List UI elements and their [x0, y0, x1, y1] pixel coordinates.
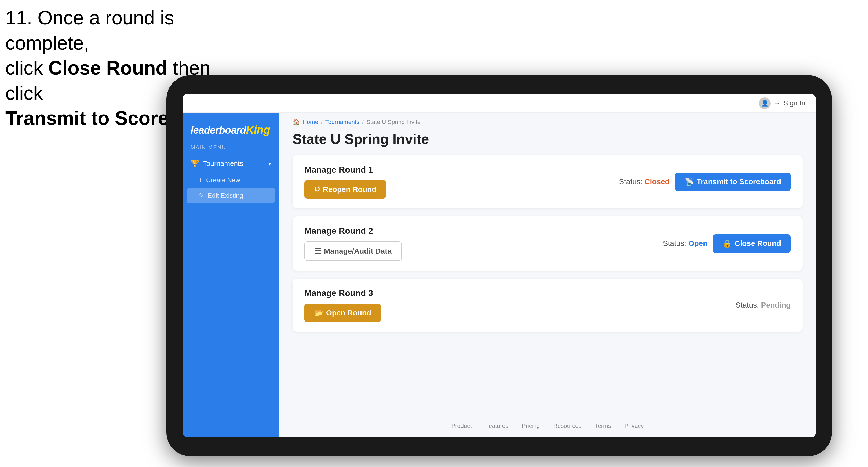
page-title: State U Spring Invite — [279, 128, 816, 155]
round-1-title: Manage Round 1 — [304, 165, 386, 175]
tournaments-label: Tournaments — [203, 159, 243, 168]
instruction-line2: click — [5, 57, 48, 79]
footer-terms[interactable]: Terms — [595, 423, 611, 429]
reopen-round-label: Reopen Round — [323, 185, 376, 194]
content-area: 🏠 Home / Tournaments / State U Spring In… — [279, 113, 816, 437]
round-1-right: Status: Closed 📡 Transmit to Scoreboard — [619, 173, 791, 191]
close-round-label: Close Round — [735, 239, 781, 248]
edit-existing-label: Edit Existing — [208, 192, 243, 199]
round-1-left: Manage Round 1 ↺ Reopen Round — [304, 165, 386, 198]
footer-pricing[interactable]: Pricing — [522, 423, 540, 429]
plus-icon: + — [198, 176, 203, 184]
breadcrumb-sep1: / — [321, 119, 322, 126]
round-card-1: Manage Round 1 ↺ Reopen Round Status: Cl… — [292, 155, 803, 208]
breadcrumb-home-icon: 🏠 — [292, 119, 300, 126]
top-bar: 👤 → Sign In — [183, 94, 816, 113]
sign-in-area[interactable]: 👤 → Sign In — [759, 97, 805, 109]
footer: Product Features Pricing Resources Terms… — [279, 414, 816, 437]
reopen-icon: ↺ — [314, 185, 320, 194]
transmit-to-scoreboard-button[interactable]: 📡 Transmit to Scoreboard — [675, 173, 791, 191]
footer-features[interactable]: Features — [485, 423, 508, 429]
breadcrumb-home-link[interactable]: Home — [303, 119, 318, 126]
sign-in-label[interactable]: Sign In — [783, 99, 805, 107]
round-3-status-value: Pending — [761, 301, 791, 309]
breadcrumb-sep2: / — [362, 119, 364, 126]
footer-privacy[interactable]: Privacy — [624, 423, 644, 429]
logo-area: leaderboardKing — [183, 121, 279, 145]
logo: leaderboardKing — [191, 123, 271, 136]
round-card-2: Manage Round 2 ☰ Manage/Audit Data Statu… — [292, 216, 803, 271]
open-round-icon: 📂 — [314, 308, 323, 317]
footer-resources[interactable]: Resources — [553, 423, 581, 429]
round-1-status: Status: Closed — [619, 178, 670, 186]
main-layout: leaderboardKing MAIN MENU 🏆 Tournaments … — [183, 113, 816, 437]
round-2-title: Manage Round 2 — [304, 226, 402, 236]
trophy-icon: 🏆 — [191, 159, 199, 168]
breadcrumb-tournaments-link[interactable]: Tournaments — [325, 119, 360, 126]
sidebar: leaderboardKing MAIN MENU 🏆 Tournaments … — [183, 113, 279, 437]
breadcrumb: 🏠 Home / Tournaments / State U Spring In… — [279, 113, 816, 128]
transmit-icon: 📡 — [685, 178, 694, 186]
reopen-round-button[interactable]: ↺ Reopen Round — [304, 180, 386, 198]
instruction-line1: 11. Once a round is complete, — [5, 7, 174, 54]
open-round-label: Open Round — [326, 309, 371, 317]
round-3-status: Status: Pending — [736, 301, 791, 309]
create-new-label: Create New — [206, 176, 240, 184]
sidebar-sub-item-edit-existing[interactable]: ✎ Edit Existing — [187, 188, 275, 203]
logo-leaderboard: leaderboard — [191, 125, 246, 136]
round-2-status-value: Open — [688, 239, 708, 247]
avatar-icon: 👤 — [759, 97, 771, 109]
round-2-status: Status: Open — [663, 239, 708, 248]
close-round-button[interactable]: 🔒 Close Round — [713, 234, 791, 253]
manage-audit-label: Manage/Audit Data — [324, 247, 392, 255]
round-2-right: Status: Open 🔒 Close Round — [663, 234, 791, 253]
edit-icon: ✎ — [198, 192, 204, 199]
instruction-bold1: Close Round — [48, 57, 167, 79]
round-3-right: Status: Pending — [736, 301, 791, 309]
logo-king: King — [246, 123, 270, 136]
audit-icon: ☰ — [315, 247, 321, 255]
open-round-button[interactable]: 📂 Open Round — [304, 304, 381, 322]
tablet-screen: 👤 → Sign In leaderboardKing MAIN MENU 🏆 … — [183, 94, 816, 437]
chevron-down-icon: ▾ — [269, 160, 271, 167]
tablet-device: 👤 → Sign In leaderboardKing MAIN MENU 🏆 … — [166, 75, 832, 456]
round-1-status-value: Closed — [644, 178, 670, 186]
sidebar-item-tournaments[interactable]: 🏆 Tournaments ▾ — [183, 155, 279, 173]
sidebar-sub-item-create-new[interactable]: + Create New — [183, 173, 279, 188]
round-3-left: Manage Round 3 📂 Open Round — [304, 288, 381, 322]
round-3-title: Manage Round 3 — [304, 288, 381, 298]
transmit-label: Transmit to Scoreboard — [697, 178, 781, 186]
main-menu-label: MAIN MENU — [183, 145, 279, 155]
rounds-container: Manage Round 1 ↺ Reopen Round Status: Cl… — [279, 155, 816, 332]
sign-in-icon: → — [774, 100, 780, 107]
round-card-3: Manage Round 3 📂 Open Round Status: Pend… — [292, 279, 803, 332]
breadcrumb-current: State U Spring Invite — [366, 119, 421, 126]
footer-product[interactable]: Product — [451, 423, 472, 429]
lock-icon: 🔒 — [722, 239, 732, 248]
manage-audit-data-button[interactable]: ☰ Manage/Audit Data — [304, 241, 402, 261]
round-2-left: Manage Round 2 ☰ Manage/Audit Data — [304, 226, 402, 261]
